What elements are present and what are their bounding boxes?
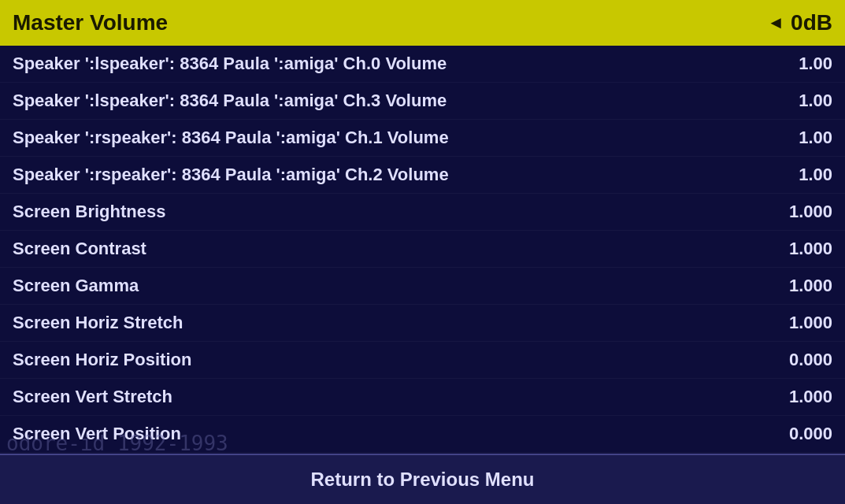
- menu-item-label: Screen Brightness: [13, 202, 165, 222]
- header-row[interactable]: Master Volume ◄ 0dB: [0, 0, 845, 46]
- menu-list: Speaker ':lspeaker': 8364 Paula ':amiga'…: [0, 46, 845, 454]
- menu-item-label: Speaker ':lspeaker': 8364 Paula ':amiga'…: [13, 54, 447, 74]
- menu-item-value: 1.000: [769, 239, 832, 259]
- menu-item-value: 1.000: [769, 276, 832, 296]
- menu-item[interactable]: Speaker ':lspeaker': 8364 Paula ':amiga'…: [0, 46, 845, 83]
- menu-item[interactable]: Speaker ':rspeaker': 8364 Paula ':amiga'…: [0, 157, 845, 194]
- menu-item-value: 0.000: [769, 424, 832, 444]
- menu-item[interactable]: Screen Contrast1.000: [0, 231, 845, 268]
- menu-item-value: 1.000: [769, 202, 832, 222]
- menu-item[interactable]: Screen Vert Position0.000: [0, 416, 845, 453]
- menu-item[interactable]: Speaker ':lspeaker': 8364 Paula ':amiga'…: [0, 83, 845, 120]
- menu-item[interactable]: Screen Horiz Stretch1.000: [0, 305, 845, 342]
- menu-item-label: Screen Vert Stretch: [13, 387, 172, 407]
- arrow-left-icon: ◄: [767, 13, 784, 33]
- menu-item-value: 1.00: [769, 91, 832, 111]
- menu-item-value: 1.00: [769, 54, 832, 74]
- menu-item-value: 1.00: [769, 128, 832, 148]
- menu-item[interactable]: Screen Gamma1.000: [0, 268, 845, 305]
- menu-item-value: 1.00: [769, 165, 832, 185]
- menu-item-label: Speaker ':lspeaker': 8364 Paula ':amiga'…: [13, 91, 447, 111]
- menu-item-label: Screen Horiz Position: [13, 350, 191, 370]
- menu-item-value: 1.000: [769, 313, 832, 333]
- menu-item-label: Screen Gamma: [13, 276, 139, 296]
- menu-item-label: Screen Horiz Stretch: [13, 313, 183, 333]
- menu-item-value: 0.000: [769, 350, 832, 370]
- menu-item[interactable]: Screen Brightness1.000: [0, 194, 845, 231]
- menu-item-value: 1.000: [769, 387, 832, 407]
- menu-item-label: Screen Contrast: [13, 239, 146, 259]
- header-title: Master Volume: [13, 10, 168, 35]
- header-value: 0dB: [791, 10, 832, 35]
- menu-item[interactable]: Screen Horiz Position0.000: [0, 342, 845, 379]
- menu-item[interactable]: Screen Vert Stretch1.000: [0, 379, 845, 416]
- footer: Return to Previous Menu: [0, 454, 845, 504]
- menu-item[interactable]: Speaker ':rspeaker': 8364 Paula ':amiga'…: [0, 120, 845, 157]
- return-to-previous-menu-button[interactable]: Return to Previous Menu: [291, 462, 553, 497]
- header-value-group: ◄ 0dB: [767, 10, 832, 35]
- menu-item-label: Screen Vert Position: [13, 424, 181, 444]
- main-screen: Master Volume ◄ 0dB Speaker ':lspeaker':…: [0, 0, 845, 504]
- menu-item-label: Speaker ':rspeaker': 8364 Paula ':amiga'…: [13, 165, 449, 185]
- menu-item-label: Speaker ':rspeaker': 8364 Paula ':amiga'…: [13, 128, 449, 148]
